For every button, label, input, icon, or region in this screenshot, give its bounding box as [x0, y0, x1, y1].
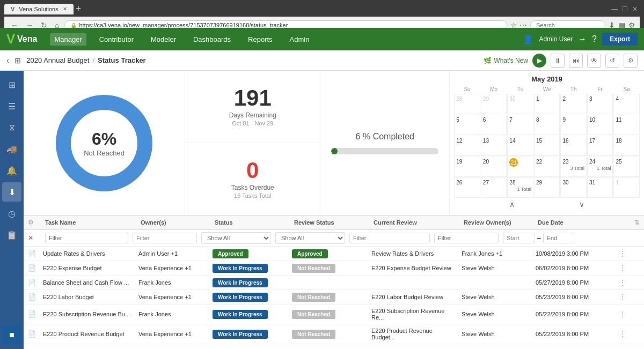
calendar-date: 23 [562, 159, 568, 165]
due-date-start-input[interactable] [503, 233, 535, 243]
calendar-cell[interactable]: 1 [534, 94, 560, 114]
close-tab-button[interactable]: ✕ [63, 6, 67, 12]
sidebar-item-table[interactable]: ☰ [2, 96, 21, 116]
calendar-cell[interactable]: 30 [560, 177, 587, 198]
calendar-cell[interactable]: 27 [481, 177, 507, 198]
calendar-cell[interactable]: 30 [507, 94, 533, 114]
restore-button[interactable]: ☐ [622, 5, 628, 13]
calendar-cell[interactable]: 241 Total [587, 157, 613, 177]
user-icon[interactable]: 👤 [523, 34, 533, 44]
pause-button[interactable]: ⏸ [551, 54, 565, 68]
row-more-button[interactable]: ⋮ [615, 330, 626, 338]
calendar-day-header: Tu [507, 85, 533, 93]
calendar-cell[interactable]: 19 [454, 157, 480, 177]
row-more-button[interactable]: ⋮ [615, 264, 626, 272]
calendar-cell[interactable]: 5 [454, 115, 480, 135]
settings-button[interactable]: ⚙ [624, 54, 638, 68]
calendar-cell[interactable]: 3 [587, 94, 613, 114]
calendar-cell[interactable]: 22 [534, 157, 560, 177]
sidebar-item-filter[interactable]: ⧖ [2, 118, 21, 137]
export-button[interactable]: Export [602, 33, 638, 46]
sort-icon[interactable]: ⇅ [634, 219, 640, 226]
close-window-button[interactable]: ✕ [632, 5, 638, 13]
calendar-prev-button[interactable]: ∧ [509, 200, 515, 209]
row-file-icon: 📄 [28, 293, 39, 301]
refresh-status-button[interactable]: ↺ [605, 54, 619, 68]
row-review-owner: Frank Jones +1 [462, 250, 531, 257]
table-row: 📄 E220 Labor Budget Vena Experience +1 W… [24, 290, 644, 305]
sidebar-item-active[interactable]: ■ [2, 325, 21, 345]
eye-slash-button[interactable]: 👁 [587, 54, 601, 68]
calendar-cell[interactable]: 15 [534, 136, 560, 156]
calendar-cell[interactable]: 26 [454, 177, 480, 198]
due-date-end-input[interactable] [543, 233, 575, 243]
help-icon[interactable]: ? [592, 34, 597, 44]
new-tab-button[interactable]: + [76, 3, 82, 14]
review-status-filter-select[interactable]: Show All [275, 232, 345, 244]
sidebar-item-delivery[interactable]: 🚚 [2, 139, 21, 159]
nav-admin[interactable]: Admin [286, 33, 314, 46]
settings-col-icon[interactable]: ⚙ [28, 219, 41, 226]
calendar-cell[interactable]: 8 [534, 115, 560, 135]
calendar-cell[interactable]: 4 [613, 94, 640, 114]
row-more-button[interactable]: ⋮ [615, 250, 626, 257]
calendar-cell[interactable]: 28 [454, 94, 480, 114]
sidebar-item-clipboard[interactable]: 📋 [2, 225, 21, 244]
breadcrumb-parent[interactable]: 2020 Annual Budget [26, 56, 89, 64]
calendar-cell[interactable]: 17 [587, 136, 613, 156]
current-review-filter-input[interactable] [349, 233, 430, 243]
calendar-next-button[interactable]: ∨ [579, 200, 584, 209]
logout-icon[interactable]: → [578, 34, 587, 44]
nav-reports[interactable]: Reports [244, 33, 277, 46]
whats-new-button[interactable]: 🌿 What's New [484, 57, 528, 64]
nav-modeler[interactable]: Modeler [147, 33, 180, 46]
calendar-cell[interactable]: 233 Total [560, 157, 587, 177]
clear-filters-icon[interactable]: ✕ [28, 234, 41, 242]
task-filter-input[interactable] [45, 233, 128, 243]
owner-filter-input[interactable] [133, 233, 197, 243]
review-owner-filter-input[interactable] [434, 233, 499, 243]
back-nav-button[interactable]: ‹ [6, 56, 9, 65]
calendar-cell[interactable]: 25 [613, 157, 640, 177]
row-more-button[interactable]: ⋮ [615, 293, 626, 301]
calendar-date: 16 [562, 138, 568, 144]
calendar-cell[interactable]: 31 [587, 177, 613, 198]
calendar-cell[interactable]: 7 [507, 115, 533, 135]
calendar-cell[interactable]: 29 [534, 177, 560, 198]
calendar-cell[interactable]: 18 [613, 136, 640, 156]
nav-dashboards[interactable]: Dashboards [189, 33, 235, 46]
row-status-badge: Work In Progress [213, 330, 268, 339]
row-more-button[interactable]: ⋮ [615, 279, 626, 286]
play-button[interactable]: ▶ [532, 54, 546, 68]
calendar-cell[interactable]: 20 [481, 157, 507, 177]
calendar-cell[interactable]: 14 [507, 136, 533, 156]
sidebar-item-dashboard[interactable]: ⊞ [2, 75, 21, 94]
calendar-cell[interactable]: 11 [613, 115, 640, 135]
calendar-cell[interactable]: 13 [481, 136, 507, 156]
calendar-cell[interactable]: 1 [613, 177, 640, 198]
sidebar-item-history[interactable]: ◷ [2, 204, 21, 223]
status-filter-select[interactable]: Show All [201, 232, 271, 244]
calendar-cell[interactable]: 29 [481, 94, 507, 114]
progress-text: 6 % Completed [356, 132, 414, 142]
calendar-cell[interactable]: 12 [454, 136, 480, 156]
calendar-cell[interactable]: 10 [587, 115, 613, 135]
row-status-badge: Approved [213, 249, 248, 258]
calendar-cell[interactable]: 9 [560, 115, 587, 135]
calendar-cell[interactable]: 2 [560, 94, 587, 114]
row-status-badge: Work In Progress [213, 278, 268, 287]
sidebar-item-download[interactable]: ⬇ [2, 182, 21, 202]
whats-new-label: What's New [494, 57, 528, 64]
calendar-cell[interactable]: 6 [481, 115, 507, 135]
stop-button[interactable]: ⏮ [569, 54, 583, 68]
nav-manager[interactable]: Manager [50, 33, 86, 46]
row-more-button[interactable]: ⋮ [615, 310, 626, 318]
calendar-cell[interactable]: 281 Total [507, 177, 533, 198]
active-tab: V Vena Solutions ✕ [4, 4, 74, 14]
donut-percentage: 6% [84, 129, 125, 149]
sidebar-item-notifications[interactable]: 🔔 [2, 161, 21, 180]
calendar-cell[interactable]: 16 [560, 136, 587, 156]
calendar-cell[interactable]: 21 [507, 157, 533, 177]
nav-contributor[interactable]: Contributor [95, 33, 138, 46]
minimize-button[interactable]: — [611, 5, 618, 13]
